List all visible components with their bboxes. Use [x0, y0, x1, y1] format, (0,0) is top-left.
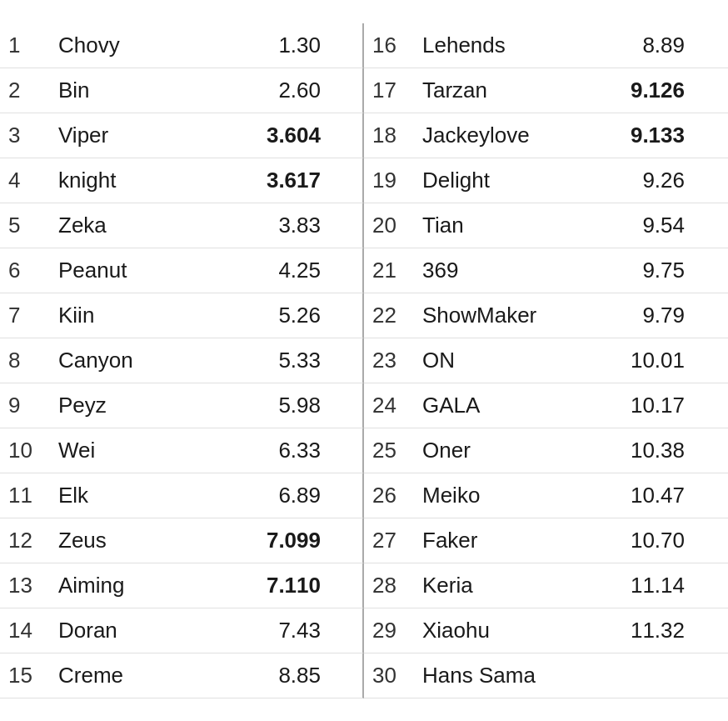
rank-number: 4 [8, 168, 54, 193]
table-row: 14Doran7.43 [0, 608, 364, 653]
table-row: 27Faker10.70 [364, 518, 728, 563]
table-row: 11Elk6.89 [0, 473, 364, 518]
player-name: Peanut [54, 258, 221, 283]
player-score: 7.43 [221, 618, 321, 643]
rank-number: 15 [8, 663, 54, 688]
player-score: 7.099 [221, 528, 321, 553]
table-row: 22ShowMaker9.79 [364, 293, 728, 338]
player-name: Creme [54, 663, 221, 688]
player-name: Elk [54, 483, 221, 508]
player-score: 5.98 [221, 393, 321, 418]
player-name: Meiko [418, 483, 585, 508]
table-grid: 1Chovy1.302Bin2.603Viper3.6044knight3.61… [0, 23, 728, 698]
rank-number: 5 [8, 213, 54, 238]
player-score: 10.17 [585, 393, 685, 418]
player-name: Viper [54, 123, 221, 148]
player-name: Canyon [54, 348, 221, 373]
table-row: 20Tian9.54 [364, 203, 728, 248]
table-row: 15Creme8.85 [0, 653, 364, 698]
table-row: 19Delight9.26 [364, 158, 728, 203]
player-score: 10.01 [585, 348, 685, 373]
table-row: 2Bin2.60 [0, 68, 364, 113]
rank-number: 20 [372, 213, 418, 238]
table-row: 7Kiin5.26 [0, 293, 364, 338]
table-row: 18Jackeylove9.133 [364, 113, 728, 158]
rank-number: 13 [8, 573, 54, 598]
rank-number: 30 [372, 663, 418, 688]
rank-number: 27 [372, 528, 418, 553]
player-score: 11.14 [585, 573, 685, 598]
rank-number: 9 [8, 393, 54, 418]
right-column: 16Lehends8.8917Tarzan9.12618Jackeylove9.… [364, 23, 728, 698]
player-name: Kiin [54, 303, 221, 328]
player-name: Hans Sama [418, 663, 585, 688]
player-name: Wei [54, 438, 221, 463]
rank-number: 16 [372, 33, 418, 58]
rank-number: 2 [8, 78, 54, 103]
player-score: 6.89 [221, 483, 321, 508]
rank-number: 24 [372, 393, 418, 418]
player-name: Peyz [54, 393, 221, 418]
rank-number: 10 [8, 438, 54, 463]
player-score: 6.33 [221, 438, 321, 463]
player-score: 8.89 [585, 33, 685, 58]
table-row: 26Meiko10.47 [364, 473, 728, 518]
table-row: 28Keria11.14 [364, 563, 728, 608]
table-row: 6Peanut4.25 [0, 248, 364, 293]
rank-number: 28 [372, 573, 418, 598]
table-row: 24GALA10.17 [364, 383, 728, 428]
table-row: 17Tarzan9.126 [364, 68, 728, 113]
player-name: Tarzan [418, 78, 585, 103]
player-name: Doran [54, 618, 221, 643]
rank-number: 22 [372, 303, 418, 328]
player-name: Jackeylove [418, 123, 585, 148]
table-row: 213699.75 [364, 248, 728, 293]
player-score: 9.79 [585, 303, 685, 328]
player-score: 5.26 [221, 303, 321, 328]
player-score: 9.54 [585, 213, 685, 238]
rank-number: 12 [8, 528, 54, 553]
rank-number: 17 [372, 78, 418, 103]
table-row: 29Xiaohu11.32 [364, 608, 728, 653]
player-score: 11.32 [585, 618, 685, 643]
rank-number: 26 [372, 483, 418, 508]
table-row: 1Chovy1.30 [0, 23, 364, 68]
player-name: ON [418, 348, 585, 373]
rank-number: 18 [372, 123, 418, 148]
table-row: 3Viper3.604 [0, 113, 364, 158]
player-score: 7.110 [221, 573, 321, 598]
player-score: 3.617 [221, 168, 321, 193]
table-row: 12Zeus7.099 [0, 518, 364, 563]
player-score: 1.30 [221, 33, 321, 58]
table-row: 10Wei6.33 [0, 428, 364, 473]
player-name: Lehends [418, 33, 585, 58]
player-name: Faker [418, 528, 585, 553]
rank-number: 23 [372, 348, 418, 373]
rank-number: 3 [8, 123, 54, 148]
player-name: Delight [418, 168, 585, 193]
player-score: 10.70 [585, 528, 685, 553]
player-name: Bin [54, 78, 221, 103]
rank-number: 29 [372, 618, 418, 643]
player-name: 369 [418, 258, 585, 283]
player-name: Oner [418, 438, 585, 463]
rank-number: 8 [8, 348, 54, 373]
table-row: 30Hans Sama [364, 653, 728, 698]
player-name: Zeus [54, 528, 221, 553]
player-name: Aiming [54, 573, 221, 598]
player-score: 8.85 [221, 663, 321, 688]
table-row: 5Zeka3.83 [0, 203, 364, 248]
player-name: Xiaohu [418, 618, 585, 643]
table-row: 13Aiming7.110 [0, 563, 364, 608]
player-name: Chovy [54, 33, 221, 58]
table-row: 23ON10.01 [364, 338, 728, 383]
table-row: 4knight3.617 [0, 158, 364, 203]
player-score: 4.25 [221, 258, 321, 283]
player-score: 10.38 [585, 438, 685, 463]
player-score: 9.26 [585, 168, 685, 193]
rank-number: 19 [372, 168, 418, 193]
rank-number: 7 [8, 303, 54, 328]
player-name: Tian [418, 213, 585, 238]
player-score: 2.60 [221, 78, 321, 103]
rank-number: 21 [372, 258, 418, 283]
